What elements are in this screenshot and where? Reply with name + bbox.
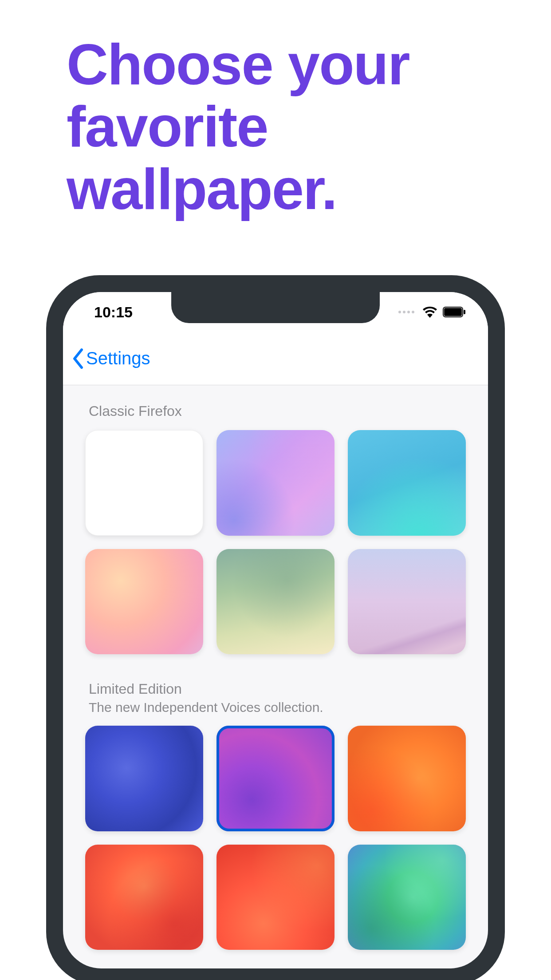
status-time: 10:15 [94, 304, 133, 321]
section-subtitle-limited: The new Independent Voices collection. [89, 700, 466, 715]
wallpaper-tile[interactable] [85, 549, 203, 655]
content-area: Classic Firefox Limited Edition The new … [63, 385, 488, 950]
wallpaper-tile[interactable] [348, 845, 466, 950]
wallpaper-grid-classic [85, 430, 466, 654]
pagination-dots-icon [398, 311, 414, 313]
wallpaper-tile[interactable] [216, 549, 335, 655]
wallpaper-tile[interactable] [85, 845, 203, 950]
back-button[interactable]: Settings [72, 348, 150, 369]
nav-bar: Settings [63, 332, 488, 385]
battery-icon [443, 307, 466, 317]
svg-rect-1 [444, 308, 462, 316]
phone-frame: 10:15 Settings Classic Firefox [46, 275, 505, 980]
phone-screen: 10:15 Settings Classic Firefox [63, 292, 488, 968]
marketing-headline: Choose your favorite wallpaper. [67, 33, 551, 220]
wallpaper-tile[interactable] [348, 430, 466, 536]
back-label: Settings [86, 348, 150, 368]
wallpaper-tile[interactable] [85, 430, 203, 536]
wallpaper-tile[interactable] [348, 549, 466, 655]
wallpaper-tile[interactable] [85, 726, 203, 831]
wallpaper-tile[interactable] [216, 726, 335, 831]
status-indicators [398, 306, 466, 318]
wallpaper-grid-limited [85, 726, 466, 950]
svg-rect-2 [464, 310, 465, 314]
wallpaper-tile[interactable] [216, 845, 335, 950]
wallpaper-tile[interactable] [216, 430, 335, 536]
chevron-left-icon [72, 348, 84, 369]
section-title-limited: Limited Edition [89, 681, 466, 697]
section-title-classic: Classic Firefox [89, 403, 466, 419]
wallpaper-tile[interactable] [348, 726, 466, 831]
wifi-icon [422, 306, 437, 318]
phone-notch [171, 292, 380, 323]
